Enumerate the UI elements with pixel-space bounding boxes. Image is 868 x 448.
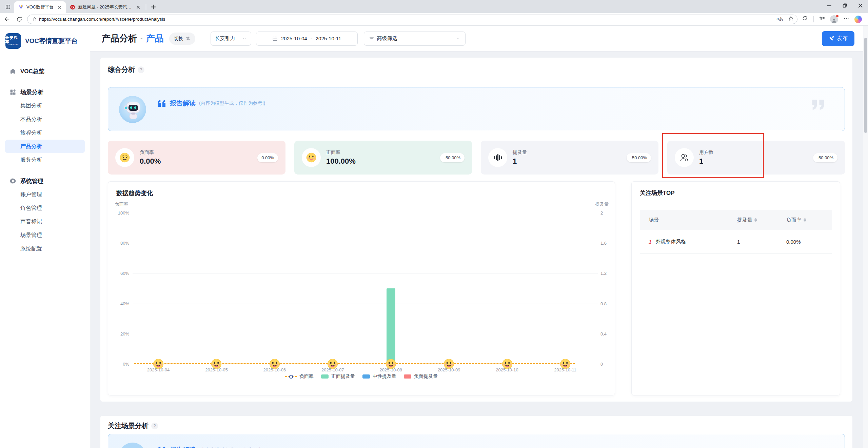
sort-icon[interactable] xyxy=(804,218,806,222)
favorite-star-icon[interactable] xyxy=(788,16,794,23)
x-axis-label: 2025-10-06 xyxy=(254,367,295,372)
ai-report-title: 报告解读 xyxy=(170,99,196,108)
sidebar-item-场景管理[interactable]: 场景管理 xyxy=(5,228,85,242)
brand-select[interactable]: 长安引力 xyxy=(211,32,251,46)
right-tick: 0.4 xyxy=(600,331,607,336)
table-row[interactable]: 1外观整体风格 1 0.00% xyxy=(640,230,832,254)
ai-report-card-2: 报告解读 (内容为模型生成，仅作为参考!) xyxy=(108,434,845,448)
robot-avatar xyxy=(118,95,147,124)
home-icon xyxy=(9,68,16,75)
help-icon[interactable]: ? xyxy=(138,66,144,73)
robot-avatar xyxy=(118,442,147,448)
back-button[interactable] xyxy=(2,14,12,24)
scrollbar-thumb[interactable] xyxy=(864,38,867,133)
sidebar-item-系统配置[interactable]: 系统配置 xyxy=(5,242,85,256)
x-axis-label: 2025-10-05 xyxy=(196,367,237,372)
help-icon[interactable]: ? xyxy=(151,423,158,429)
breadcrumb-dash: - xyxy=(140,35,143,42)
extensions-icon[interactable] xyxy=(802,16,808,23)
sidebar-item-角色管理[interactable]: 角色管理 xyxy=(5,201,85,215)
browser-tab-inactive[interactable]: 新建问题 - 2025年长安汽车客户之 xyxy=(66,1,144,13)
left-tick: 20% xyxy=(108,331,129,336)
legend-item[interactable]: 负面率 xyxy=(285,373,314,380)
sidebar-item-场景分析[interactable]: 场景分析 xyxy=(5,85,85,99)
restore-button[interactable] xyxy=(837,0,852,11)
legend-item[interactable]: 中性提及量 xyxy=(362,373,396,380)
app-window: 长安汽车 CHANGAN VOC客情直驱平台 VOC总览场景分析集团分析本品分析… xyxy=(0,26,868,448)
minimize-button[interactable] xyxy=(821,0,837,11)
right-tick: 0.8 xyxy=(600,301,607,306)
right-tick: 1.2 xyxy=(600,271,607,276)
tab-close-icon[interactable] xyxy=(135,4,141,10)
gitee-favicon xyxy=(70,4,75,10)
x-axis-label: 2025-10-11 xyxy=(545,367,586,372)
left-axis-label: 负面率 xyxy=(115,201,128,207)
swap-icon xyxy=(185,36,191,41)
legend-item[interactable]: 负面提及量 xyxy=(404,373,438,380)
trend-chart-card: 数据趋势变化 负面率 提及量 负面率 正面提及量 中性提及量 负面提及量 100… xyxy=(108,181,615,395)
kpi-mentions: 提及量 1 -50.00% xyxy=(481,141,658,175)
lock-icon[interactable] xyxy=(32,17,37,22)
left-tick: 40% xyxy=(108,301,129,306)
legend-item[interactable]: 正面提及量 xyxy=(321,373,355,380)
quote-faded-icon xyxy=(812,100,826,110)
sort-icon[interactable] xyxy=(754,218,757,222)
more-options-icon[interactable] xyxy=(843,16,849,23)
favorites-bar-icon[interactable] xyxy=(819,16,825,23)
notification-dot xyxy=(836,15,839,18)
address-bar[interactable]: https://vocuat.changan.com.cn/report/#/s… xyxy=(27,15,797,24)
kpi-value: 1 xyxy=(699,157,713,166)
sidebar-item-账户管理[interactable]: 账户管理 xyxy=(5,188,85,201)
rank-badge: 1 xyxy=(649,239,651,245)
quote-icon xyxy=(158,100,166,107)
table-header: 场景 提及量 负面率 xyxy=(640,210,832,230)
kpi-label: 正面率 xyxy=(326,149,356,156)
close-window-button[interactable] xyxy=(852,0,868,11)
kpi-value: 0.00% xyxy=(140,157,161,166)
bar-正面提及量[interactable] xyxy=(387,288,395,364)
kpi-value: 1 xyxy=(513,157,527,166)
profile-avatar[interactable] xyxy=(830,15,838,23)
kpi-negative-rate: 负面率 0.00% 0.00% xyxy=(108,141,285,175)
tab-title: VOC数智平台 xyxy=(26,4,54,10)
page-header: 产品分析 - 产品 切换 长安引力 2025-10-04 - 2025-10-1… xyxy=(90,26,868,52)
left-tick: 80% xyxy=(108,241,129,246)
sidebar-item-集团分析[interactable]: 集团分析 xyxy=(5,99,85,113)
browser-toolbar: https://vocuat.changan.com.cn/report/#/s… xyxy=(0,13,868,26)
grid-icon xyxy=(9,89,16,96)
gear-icon xyxy=(9,178,16,184)
new-tab-button[interactable] xyxy=(149,2,158,11)
scrollbar-track[interactable] xyxy=(863,26,868,448)
date-start: 2025-10-04 xyxy=(281,36,307,41)
chevron-down-icon xyxy=(456,36,460,41)
gridline xyxy=(133,213,598,213)
sidebar-item-VOC总览[interactable]: VOC总览 xyxy=(5,64,85,78)
brand: 长安汽车 CHANGAN VOC客情直驱平台 xyxy=(0,26,90,56)
translate-icon[interactable]: aあ xyxy=(776,16,783,22)
copilot-icon[interactable] xyxy=(854,16,862,23)
page-subtitle: 产品 xyxy=(146,33,164,44)
refresh-button[interactable] xyxy=(14,14,24,24)
sidebar-item-产品分析[interactable]: 产品分析 xyxy=(5,140,85,153)
browser-tab-active[interactable]: VOC数智平台 xyxy=(14,1,66,13)
sidebar-item-服务分析[interactable]: 服务分析 xyxy=(5,153,85,167)
publish-button[interactable]: 发布 xyxy=(822,31,854,46)
kpi-label: 提及量 xyxy=(513,149,527,156)
switch-button[interactable]: 切换 xyxy=(169,33,195,45)
toolbar-divider xyxy=(813,16,814,22)
tab-close-icon[interactable] xyxy=(56,4,62,10)
quote-icon xyxy=(158,447,166,448)
x-axis-label: 2025-10-10 xyxy=(487,367,528,372)
kpi-row: 负面率 0.00% 0.00% 正面率 100.00% xyxy=(108,141,845,175)
sidebar-item-旅程分析[interactable]: 旅程分析 xyxy=(5,126,85,140)
kpi-users: 用户数 1 -50.00% xyxy=(667,141,845,175)
legend-swatch-blue xyxy=(362,374,370,379)
sidebar-item-系统管理[interactable]: 系统管理 xyxy=(5,174,85,188)
sidebar-item-声音标记[interactable]: 声音标记 xyxy=(5,215,85,228)
advanced-filter-select[interactable]: 高级筛选 xyxy=(364,32,466,46)
ai-report-card: 报告解读 (内容为模型生成，仅作为参考!) xyxy=(108,87,845,131)
browser-tabstrip: VOC数智平台 新建问题 - 2025年长安汽车客户之 xyxy=(0,0,868,13)
tab-search-icon[interactable] xyxy=(3,2,12,11)
sidebar-item-本品分析[interactable]: 本品分析 xyxy=(5,113,85,126)
date-range-picker[interactable]: 2025-10-04 - 2025-10-11 xyxy=(256,32,358,46)
